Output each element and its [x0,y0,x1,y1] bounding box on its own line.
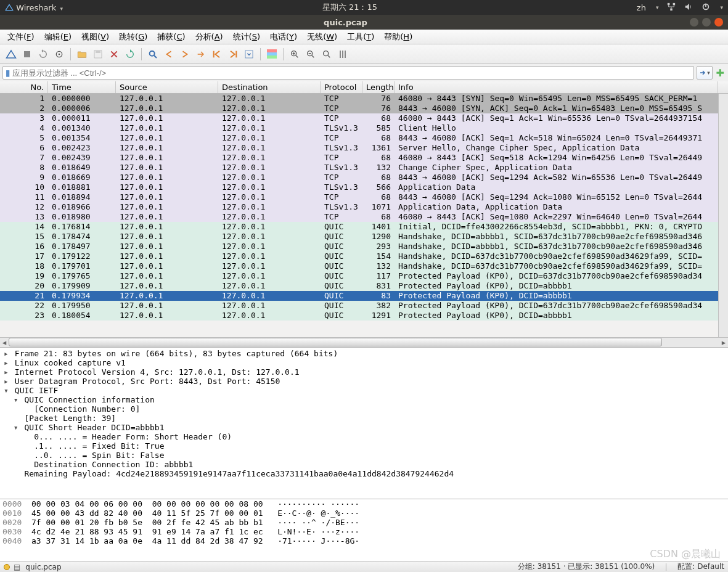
packet-row[interactable]: 130.018980127.0.0.1127.0.0.1TCP6846080 →… [0,212,718,222]
packet-row[interactable]: 50.001354127.0.0.1127.0.0.1TCP688443 → 4… [0,133,718,143]
packet-details-pane[interactable]: ▸ Frame 21: 83 bytes on wire (664 bits),… [0,348,728,499]
shark-fin-icon[interactable] [4,47,18,62]
packet-row[interactable]: 100.018881127.0.0.1127.0.0.1TLSv1.3566Ap… [0,182,718,192]
find-icon[interactable] [145,47,160,62]
capture-options-icon[interactable] [52,47,67,62]
close-button[interactable] [714,18,723,27]
packet-row[interactable]: 140.176814127.0.0.1127.0.0.1QUIC1401Init… [0,222,718,232]
resize-columns-icon[interactable] [335,47,350,62]
colorize-icon[interactable] [264,47,279,62]
col-destination[interactable]: Destination [218,81,321,93]
detail-line[interactable]: [Connection Number: 0] [0,404,728,414]
packet-list-body[interactable]: 10.000000127.0.0.1127.0.0.1TCP7646080 → … [0,94,718,337]
detail-line[interactable]: ▸ User Datagram Protocol, Src Port: 8443… [0,377,728,386]
hex-row[interactable]: 0010 45 00 00 43 dd 82 40 00 40 11 5f 25… [0,509,728,518]
app-menu[interactable]: Wireshark ▾ [5,3,63,12]
stop-capture-icon[interactable] [20,47,35,62]
detail-line[interactable]: Destination Connection ID: abbbb1 [0,460,728,469]
packet-row[interactable]: 40.001340127.0.0.1127.0.0.1TLSv1.3585Cli… [0,123,718,133]
packet-row[interactable]: 190.179765127.0.0.1127.0.0.1QUIC117Prote… [0,271,718,281]
restart-capture-icon[interactable] [36,47,51,62]
bookmark-icon[interactable]: ▮ [6,68,10,78]
detail-line[interactable]: Remaining Payload: 4cd24e218893459191e91… [0,469,728,478]
capture-file-properties-icon[interactable]: ▤ [14,563,20,571]
packet-row[interactable]: 150.178474127.0.0.1127.0.0.1QUIC1290Hand… [0,232,718,242]
packet-row[interactable]: 10.000000127.0.0.1127.0.0.1TCP7646080 → … [0,94,718,104]
packet-row[interactable]: 170.179122127.0.0.1127.0.0.1QUIC154Hands… [0,251,718,261]
go-first-icon[interactable] [210,47,224,62]
hex-row[interactable]: 0040 a3 37 31 14 1b aa 0a 0e 4a 11 dd 84… [0,536,728,545]
detail-line[interactable]: .1.. .... = Fixed Bit: True [0,441,728,451]
menu-视图[interactable]: 视图(V) [76,30,114,44]
open-file-icon[interactable] [75,47,89,62]
reload-icon[interactable] [123,47,137,62]
lang-indicator[interactable]: zh [637,3,646,12]
menu-跳转[interactable]: 跳转(G) [114,30,152,44]
volume-icon[interactable] [684,2,693,13]
apply-filter-button[interactable]: ▾ [697,66,713,80]
minimize-button[interactable] [690,18,698,27]
packet-row[interactable]: 220.179950127.0.0.1127.0.0.1QUIC382Prote… [0,301,718,311]
col-protocol[interactable]: Protocol [321,81,362,93]
menu-无线[interactable]: 无线(W) [302,30,342,44]
go-forward-icon[interactable] [178,47,192,62]
menu-帮助[interactable]: 帮助(H) [379,30,417,44]
go-to-packet-icon[interactable] [194,47,208,62]
packet-list-header[interactable]: No. Time Source Destination Protocol Len… [0,81,728,94]
expert-info-icon[interactable] [4,564,10,570]
packet-bytes-pane[interactable]: 0000 00 00 03 04 00 06 00 00 00 00 00 00… [0,499,728,561]
status-profile[interactable]: 配置: Default [677,562,724,572]
packet-row[interactable]: 160.178497127.0.0.1127.0.0.1QUIC293Hands… [0,242,718,251]
detail-line[interactable]: 0... .... = Header Form: Short Header (0… [0,432,728,441]
col-length[interactable]: Length [362,81,395,93]
zoom-reset-icon[interactable] [319,47,334,62]
hex-row[interactable]: 0000 00 00 03 04 00 06 00 00 00 00 00 00… [0,499,728,509]
system-clock[interactable]: 星期六 21：15 [63,2,637,13]
detail-line[interactable]: [Packet Length: 39] [0,414,728,423]
packet-row[interactable]: 200.179909127.0.0.1127.0.0.1QUIC831Prote… [0,281,718,291]
packet-row[interactable]: 80.018649127.0.0.1127.0.0.1TLSv1.3132Cha… [0,163,718,173]
auto-scroll-icon[interactable] [242,47,256,62]
menu-电话[interactable]: 电话(Y) [265,30,302,44]
go-last-icon[interactable] [226,47,240,62]
detail-line[interactable]: ▸ Internet Protocol Version 4, Src: 127.… [0,367,728,377]
vertical-scrollbar[interactable] [718,94,728,337]
detail-line[interactable]: ▾ QUIC IETF [0,386,728,395]
menu-工具[interactable]: 工具(T) [342,30,379,44]
close-file-icon[interactable] [107,47,121,62]
go-back-icon[interactable] [162,47,176,62]
menu-文件[interactable]: 文件(F) [2,30,39,44]
detail-line[interactable]: ▾ QUIC Short Header DCID=abbbb1 [0,423,728,432]
col-source[interactable]: Source [116,81,218,93]
power-icon[interactable] [701,2,710,13]
packet-row[interactable]: 230.180054127.0.0.1127.0.0.1QUIC1291Prot… [0,311,718,321]
col-no[interactable]: No. [0,81,48,93]
detail-line[interactable]: ▸ Frame 21: 83 bytes on wire (664 bits),… [0,349,728,358]
detail-line[interactable]: ▸ Linux cooked capture v1 [0,358,728,367]
display-filter-input-wrapper[interactable]: ▮ [2,66,694,80]
packet-row[interactable]: 60.002423127.0.0.1127.0.0.1TLSv1.31361Se… [0,143,718,153]
hex-row[interactable]: 0020 7f 00 00 01 20 fb b0 5e 00 2f fe 42… [0,518,728,527]
menu-分析[interactable]: 分析(A) [190,30,228,44]
packet-row[interactable]: 180.179701127.0.0.1127.0.0.1QUIC132Hands… [0,261,718,271]
col-time[interactable]: Time [48,81,116,93]
add-filter-button[interactable]: ✚ [715,67,726,79]
detail-line[interactable]: ▾ QUIC Connection information [0,395,728,404]
menu-捕获[interactable]: 捕获(C) [152,30,190,44]
packet-row[interactable]: 110.018894127.0.0.1127.0.0.1TCP688443 → … [0,192,718,202]
network-icon[interactable] [667,2,676,13]
menu-统计[interactable]: 统计(S) [228,30,265,44]
zoom-out-icon[interactable] [303,47,318,62]
menu-编辑[interactable]: 编辑(E) [39,30,76,44]
packet-row[interactable]: 210.179934127.0.0.1127.0.0.1QUIC83Protec… [0,291,718,301]
maximize-button[interactable] [702,18,711,27]
col-info[interactable]: Info [395,81,718,93]
display-filter-input[interactable] [12,68,691,78]
save-file-icon[interactable] [91,47,105,62]
zoom-in-icon[interactable] [287,47,302,62]
hex-row[interactable]: 0030 4c d2 4e 21 88 93 45 91 91 e9 14 7a… [0,527,728,536]
detail-line[interactable]: ..0. .... = Spin Bit: False [0,451,728,460]
packet-row[interactable]: 90.018669127.0.0.1127.0.0.1TCP688443 → 4… [0,173,718,182]
packet-row[interactable]: 20.000006127.0.0.1127.0.0.1TCP768443 → 4… [0,104,718,113]
packet-row[interactable]: 70.002439127.0.0.1127.0.0.1TCP6846080 → … [0,153,718,163]
